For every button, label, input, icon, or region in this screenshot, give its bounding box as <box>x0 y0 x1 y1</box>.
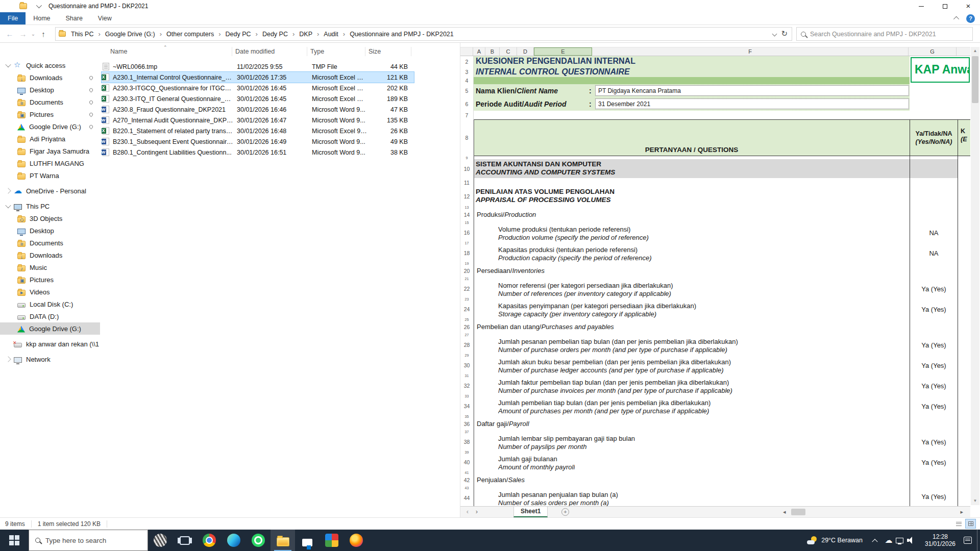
sidebar-item-desktop[interactable]: Desktop <box>0 224 100 237</box>
back-button[interactable]: ← <box>3 30 16 38</box>
file-row-a230-8-fraud-quest[interactable]: A230.8_Fraud Questionnaire_DKP202130/01/… <box>102 104 414 115</box>
column-header-d[interactable]: D <box>517 47 534 56</box>
taskbar-store[interactable] <box>295 530 320 551</box>
taskbar-media-app[interactable] <box>320 530 344 551</box>
taskbar-search[interactable]: Type here to search <box>29 530 148 551</box>
maximize-button[interactable] <box>933 0 957 12</box>
up-button[interactable]: ↑ <box>37 30 50 38</box>
minimize-button[interactable] <box>910 0 933 12</box>
scroll-down-icon[interactable]: ▼ <box>971 497 979 505</box>
sidebar-item-luthfi-magang[interactable]: LUTHFI MAGANG <box>0 157 100 169</box>
hscroll-left-icon[interactable]: ◂ <box>783 507 786 517</box>
sidebar-item-pictures[interactable]: Pictures <box>0 273 100 286</box>
sidebar-item-music[interactable]: Music <box>0 261 100 273</box>
close-button[interactable] <box>957 0 980 12</box>
taskbar-whatsapp[interactable] <box>246 530 271 551</box>
sidebar-section-this-pc[interactable]: This PC <box>0 200 100 212</box>
breadcrumb-item-this-pc[interactable]: This PC <box>70 30 94 39</box>
sidebar-item-adi-priyatna[interactable]: Adi Priyatna <box>0 133 100 145</box>
scroll-up-icon[interactable]: ▲ <box>971 47 979 55</box>
hscroll-thumb[interactable] <box>791 509 805 515</box>
sidebar-section-kkp-anwar-dan-rekan-1[interactable]: kkp anwar dan rekan (\\1 <box>0 338 100 350</box>
sheet-tab-sheet1[interactable]: Sheet1 <box>513 507 548 517</box>
menu-tab-share[interactable]: Share <box>58 12 90 24</box>
sheet-nav-left-icon[interactable]: ‹ <box>463 507 472 517</box>
file-row-a270-internal-audi[interactable]: A270_Internal Audit Questionnaire_DKP2..… <box>102 115 414 126</box>
address-dropdown-icon[interactable] <box>772 32 777 37</box>
hscroll-right-icon[interactable]: ▸ <box>960 507 963 517</box>
column-header-g[interactable]: G <box>909 47 957 56</box>
icons-view-button[interactable] <box>965 519 976 529</box>
sidebar-item-figar-jaya-samudra[interactable]: Figar Jaya Samudra <box>0 145 100 157</box>
breadcrumb-item-dedy-pc[interactable]: Dedy PC <box>225 30 252 39</box>
sidebar-item-local-disk-c[interactable]: Local Disk (C:) <box>0 298 100 310</box>
help-icon[interactable] <box>966 14 975 23</box>
menu-tab-home[interactable]: Home <box>26 12 58 24</box>
breadcrumb-item-other-computers[interactable]: Other computers <box>165 30 215 39</box>
search-input[interactable] <box>810 31 968 38</box>
breadcrumb-item-google-drive-g[interactable]: Google Drive (G:) <box>104 30 156 39</box>
taskbar-edge[interactable] <box>222 530 246 551</box>
chevron-right-icon[interactable] <box>5 356 11 362</box>
file-row-b230-1-subsequent[interactable]: B230.1_Subsequent Event Questionnaire_..… <box>102 136 414 147</box>
volume-tray-icon[interactable] <box>905 530 917 551</box>
file-row-a230-1-internal-co[interactable]: A230.1_Internal Control Questionnaire_D.… <box>102 72 414 83</box>
file-row-b280-1-contingent[interactable]: B280.1_Contingent Liabilities Questionn.… <box>102 147 414 158</box>
sidebar-item-documents[interactable]: Documents <box>0 96 100 108</box>
sidebar-item-google-drive-g[interactable]: Google Drive (G:) <box>0 322 100 335</box>
sidebar-item-videos[interactable]: Videos <box>0 286 100 298</box>
onedrive-tray-icon[interactable] <box>883 530 894 551</box>
address-box[interactable]: This PC›Google Drive (G:)›Other computer… <box>55 27 792 41</box>
sidebar-item-desktop[interactable]: Desktop <box>0 84 100 96</box>
breadcrumb-item-audit[interactable]: Audit <box>323 30 339 39</box>
collapse-ribbon-icon[interactable] <box>953 16 959 22</box>
menu-tab-file[interactable]: File <box>0 12 26 24</box>
sidebar-item-downloads[interactable]: Downloads <box>0 249 100 261</box>
chevron-right-icon[interactable] <box>5 188 11 193</box>
sidebar-item-documents[interactable]: Documents <box>0 237 100 249</box>
select-all-corner[interactable] <box>460 47 473 56</box>
sidebar-item-pictures[interactable]: Pictures <box>0 108 100 120</box>
taskbar-chrome[interactable] <box>197 530 222 551</box>
network-tray-icon[interactable] <box>894 530 905 551</box>
details-view-button[interactable] <box>953 519 964 529</box>
action-center-icon[interactable] <box>964 537 972 544</box>
weather-widget[interactable]: 29°C Berawan <box>801 536 869 544</box>
hidden-icons-caret[interactable] <box>872 539 877 544</box>
taskbar-clock[interactable]: 12:28 31/01/2026 <box>925 533 955 547</box>
sidebar-item-data-d[interactable]: DATA (D:) <box>0 310 100 322</box>
taskbar-file-explorer[interactable] <box>271 530 295 551</box>
column-header-date-modified[interactable]: Date modified <box>232 47 307 56</box>
sidebar-section-network[interactable]: Network <box>0 353 100 365</box>
taskbar-task-view[interactable] <box>173 530 197 551</box>
history-caret-icon[interactable]: ⌄ <box>30 31 37 37</box>
column-header-size[interactable]: Size <box>365 47 411 56</box>
refresh-icon[interactable] <box>781 29 788 38</box>
breadcrumb-item-questionnaire-and-pmpj-dkp2021[interactable]: Questionnaire and PMPJ - DKP2021 <box>349 30 455 39</box>
column-header-e[interactable]: E <box>534 47 592 56</box>
taskbar-firefox[interactable] <box>344 530 369 551</box>
vertical-scrollbar[interactable]: ▲ ▼ <box>971 47 979 505</box>
column-header-b[interactable]: B <box>485 47 500 56</box>
scroll-thumb[interactable] <box>972 56 978 103</box>
sidebar-item-downloads[interactable]: Downloads <box>0 71 100 84</box>
chevron-down-icon[interactable] <box>5 62 11 67</box>
menu-tab-view[interactable]: View <box>90 12 119 24</box>
sidebar-section-quick-access[interactable]: Quick access <box>0 59 100 71</box>
sidebar-item-3d-objects[interactable]: 3D Objects <box>0 212 100 224</box>
chevron-down-icon[interactable] <box>5 203 11 208</box>
breadcrumb-item-dedy-pc[interactable]: Dedy PC <box>261 30 289 39</box>
taskbar-zebra-photo[interactable] <box>148 530 173 551</box>
sidebar-section-onedrive-personal[interactable]: OneDrive - Personal <box>0 185 100 197</box>
file-row-a230-3-itq-it-gene[interactable]: A230.3-ITQ_IT General Questionnaire_DK..… <box>102 93 414 104</box>
breadcrumb-item-dkp[interactable]: DKP <box>298 30 313 39</box>
column-header-c[interactable]: C <box>500 47 517 56</box>
column-header-f[interactable]: F <box>592 47 909 56</box>
sidebar-item-google-drive-g[interactable]: Google Drive (G:) <box>0 120 100 133</box>
column-header-type[interactable]: Type <box>307 47 365 56</box>
quick-access-toolbar-caret[interactable] <box>36 3 42 8</box>
file-row-b220-1-statement-o[interactable]: B220.1_Statement of related party transa… <box>102 126 414 136</box>
start-button[interactable] <box>0 530 29 551</box>
file-row-a230-3-itgcq-quest[interactable]: A230.3-ITGCQ_Questionnaire for ITGC_DK..… <box>102 83 414 93</box>
sidebar-item-pt-warna[interactable]: PT Warna <box>0 169 100 182</box>
